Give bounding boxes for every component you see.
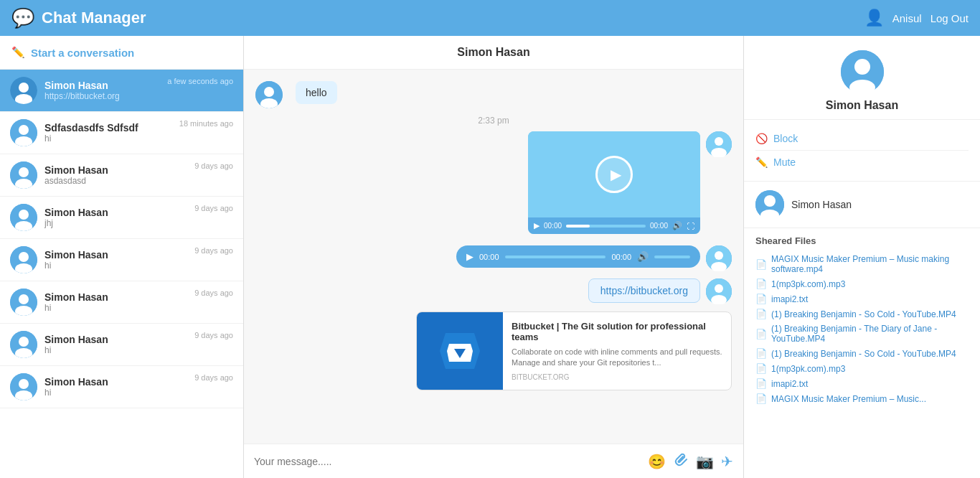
file-item[interactable]: 📄MAGIX Music Maker Premium – Music makin… bbox=[755, 252, 969, 276]
conv-avatar bbox=[10, 331, 37, 358]
app-header: 💬 Chat Manager 👤 Anisul Log Out bbox=[0, 0, 980, 36]
conv-time: 9 days ago bbox=[194, 204, 233, 212]
send-icon[interactable]: ✈ bbox=[721, 453, 733, 470]
file-name: MAGIX Music Maker Premium – Music... bbox=[771, 394, 926, 404]
conversation-item[interactable]: Simon Hasan hi 9 days ago bbox=[0, 239, 243, 281]
video-play-icon[interactable]: ▶ bbox=[534, 221, 540, 230]
video-progress-bar[interactable] bbox=[566, 225, 646, 228]
file-icon: 📄 bbox=[755, 393, 767, 404]
file-name: 1(mp3pk.com).mp3 bbox=[771, 364, 845, 374]
contact-name: Simon Hasan bbox=[826, 99, 898, 112]
receiver-avatar-url bbox=[706, 278, 732, 304]
conversation-item[interactable]: Simon Hasan asdasdasd 9 days ago bbox=[0, 154, 243, 197]
video-volume-icon[interactable]: 🔊 bbox=[672, 221, 682, 230]
conversation-item[interactable]: Simon Hasan hi 9 days ago bbox=[0, 281, 243, 324]
file-item[interactable]: 📄(1) Breaking Benjamin - So Cold - YouTu… bbox=[755, 346, 969, 361]
file-item[interactable]: 📄imapi2.txt bbox=[755, 291, 969, 306]
svg-point-16 bbox=[19, 294, 29, 304]
link-thumbnail bbox=[417, 312, 503, 390]
file-item[interactable]: 📄1(mp3pk.com).mp3 bbox=[755, 361, 969, 376]
link-description: Collaborate on code with inline comments… bbox=[512, 347, 722, 369]
video-controls: ▶ 00:00 00:00 🔊 ⛶ bbox=[528, 217, 700, 234]
user-icon: 👤 bbox=[864, 9, 884, 27]
message-input[interactable] bbox=[254, 456, 641, 467]
conv-avatar bbox=[10, 77, 37, 104]
svg-point-22 bbox=[19, 379, 29, 389]
conversation-list: Simon Hasan https://bitbucket.org a few … bbox=[0, 70, 243, 478]
chat-bubble-icon: 💬 bbox=[11, 7, 34, 29]
file-icon: 📄 bbox=[755, 363, 767, 374]
url-message: https://bitbucket.org bbox=[255, 278, 732, 304]
sidebar: ✏️ Start a conversation Simon Hasan http… bbox=[0, 36, 244, 478]
svg-point-34 bbox=[715, 284, 723, 293]
conv-time: 9 days ago bbox=[194, 161, 233, 170]
logout-button[interactable]: Log Out bbox=[930, 12, 969, 24]
shared-files-section: Sheared Files 📄MAGIX Music Maker Premium… bbox=[744, 228, 980, 413]
svg-point-13 bbox=[19, 252, 29, 262]
audio-play-button[interactable]: ▶ bbox=[466, 251, 473, 262]
mini-contact-name: Simon Hasan bbox=[791, 199, 852, 210]
conv-preview: jhj bbox=[44, 218, 233, 228]
mini-profile: Simon Hasan bbox=[744, 182, 980, 228]
conv-time: 9 days ago bbox=[194, 373, 233, 382]
audio-volume-bar[interactable] bbox=[654, 256, 690, 258]
video-message: ▶ 00:00 00:00 🔊 ⛶ bbox=[255, 131, 732, 238]
attach-icon[interactable] bbox=[673, 451, 689, 471]
conv-time: 18 minutes ago bbox=[179, 119, 233, 128]
header-right: 👤 Anisul Log Out bbox=[864, 9, 969, 27]
conv-preview: hi bbox=[44, 345, 233, 355]
conv-avatar bbox=[10, 161, 37, 189]
camera-icon[interactable]: 📷 bbox=[696, 453, 714, 470]
conv-avatar bbox=[10, 204, 37, 231]
mute-icon: ✏️ bbox=[755, 156, 768, 168]
audio-time-current: 00:00 bbox=[479, 253, 499, 261]
svg-point-4 bbox=[19, 125, 29, 135]
conversation-item[interactable]: Simon Hasan hi 9 days ago bbox=[0, 366, 243, 408]
audio-progress-bar[interactable] bbox=[505, 256, 606, 258]
video-player: ▶ 00:00 00:00 🔊 ⛶ bbox=[528, 131, 700, 238]
conversation-item[interactable]: Simon Hasan jhj 9 days ago bbox=[0, 197, 243, 239]
emoji-icon[interactable]: 😊 bbox=[648, 453, 666, 470]
file-name: 1(mp3pk.com).mp3 bbox=[771, 279, 845, 289]
conv-time: 9 days ago bbox=[194, 246, 233, 255]
audio-message: ▶ 00:00 00:00 🔊 bbox=[255, 245, 732, 271]
conversation-item[interactable]: Simon Hasan hi 9 days ago bbox=[0, 324, 243, 366]
main-layout: ✏️ Start a conversation Simon Hasan http… bbox=[0, 36, 980, 478]
receiver-avatar-audio bbox=[706, 245, 732, 271]
file-item[interactable]: 📄(1) Breaking Benjamin - The Diary of Ja… bbox=[755, 322, 969, 346]
mute-button[interactable]: ✏️ Mute bbox=[755, 151, 969, 174]
header-left: 💬 Chat Manager bbox=[11, 7, 146, 29]
file-name: imapi2.txt bbox=[771, 294, 808, 304]
conv-preview: hi bbox=[44, 133, 233, 144]
file-icon: 📄 bbox=[755, 278, 767, 289]
file-item[interactable]: 📄MAGIX Music Maker Premium – Music... bbox=[755, 391, 969, 406]
message-time: 2:33 pm bbox=[255, 116, 732, 126]
video-fullscreen-icon[interactable]: ⛶ bbox=[687, 222, 694, 230]
file-item[interactable]: 📄1(mp3pk.com).mp3 bbox=[755, 276, 969, 291]
app-title: Chat Manager bbox=[42, 9, 146, 27]
sender-avatar bbox=[255, 81, 283, 108]
svg-point-7 bbox=[19, 167, 29, 177]
conv-avatar bbox=[10, 119, 37, 146]
file-icon: 📄 bbox=[755, 378, 767, 389]
audio-time-total: 00:00 bbox=[611, 253, 631, 261]
file-item[interactable]: 📄imapi2.txt bbox=[755, 376, 969, 391]
conversation-item[interactable]: Simon Hasan https://bitbucket.org a few … bbox=[0, 70, 243, 112]
link-preview-message: Bitbucket | The Git solution for profess… bbox=[255, 311, 732, 390]
file-item[interactable]: 📄(1) Breaking Benjamin - So Cold - YouTu… bbox=[755, 306, 969, 322]
svg-point-44 bbox=[764, 195, 776, 207]
video-thumbnail bbox=[528, 131, 700, 217]
new-conversation-button[interactable]: ✏️ Start a conversation bbox=[0, 36, 243, 70]
block-button[interactable]: 🚫 Block bbox=[755, 127, 969, 151]
audio-volume-icon[interactable]: 🔊 bbox=[637, 251, 649, 262]
input-icons: 😊 📷 ✈ bbox=[648, 451, 733, 471]
link-domain: BITBUCKET.ORG bbox=[512, 373, 722, 381]
file-name: (1) Breaking Benjamin - So Cold - YouTub… bbox=[771, 349, 956, 359]
url-text[interactable]: https://bitbucket.org bbox=[588, 278, 700, 303]
link-preview[interactable]: Bitbucket | The Git solution for profess… bbox=[416, 311, 732, 390]
video-play-button[interactable] bbox=[595, 156, 633, 193]
svg-point-25 bbox=[264, 87, 274, 97]
message-text: hello bbox=[296, 81, 337, 104]
conversation-item[interactable]: Sdfasdasdfs Sdfsdf hi 18 minutes ago bbox=[0, 112, 243, 154]
right-panel: Simon Hasan 🚫 Block ✏️ Mute Simon Hasan … bbox=[743, 36, 980, 478]
